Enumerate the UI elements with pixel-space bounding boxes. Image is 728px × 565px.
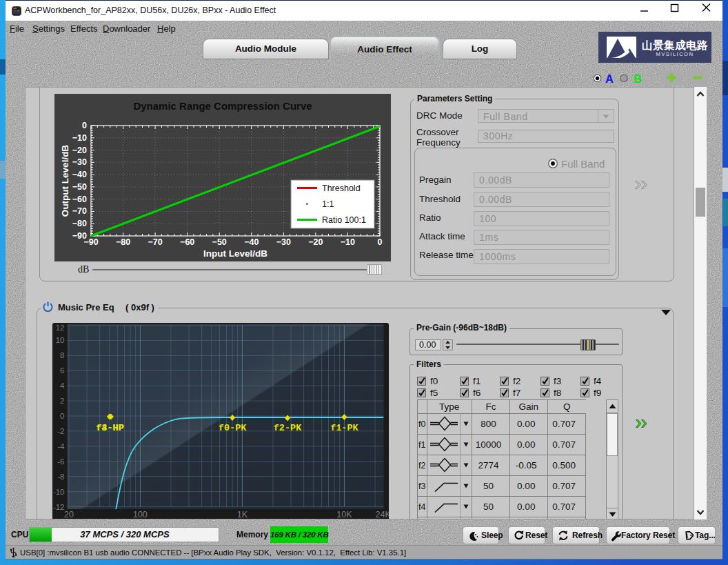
svg-text:−90: −90 [72,231,87,241]
svg-text:Ratio 100:1: Ratio 100:1 [322,215,366,225]
svg-text:−10: −10 [72,133,87,143]
svg-text:24K: 24K [376,510,389,519]
svg-text:100: 100 [133,510,148,519]
svg-text:−60: −60 [72,195,87,204]
svg-text:-12: -12 [53,503,65,511]
svg-text:A: A [605,72,614,85]
svg-text:Output Level/dB: Output Level/dB [60,145,70,217]
svg-text:f0-PK: f0-PK [219,423,247,433]
svg-text:B: B [634,72,642,85]
svg-text:-2: -2 [57,427,64,435]
svg-text:−20: −20 [72,146,87,155]
svg-text:−80: −80 [116,237,130,247]
svg-text:−70: −70 [72,206,87,216]
svg-text:0: 0 [378,237,383,247]
svg-text:20: 20 [64,510,74,519]
svg-text:-8: -8 [57,473,64,481]
svg-text:−50: −50 [72,182,87,192]
svg-text:0: 0 [82,121,87,130]
svg-text:f1-PK: f1-PK [330,423,358,433]
svg-text:2: 2 [60,397,64,405]
svg-text:10: 10 [56,336,65,344]
svg-text:1K: 1K [237,510,248,519]
svg-text:12: 12 [56,324,65,332]
svg-text:−40: −40 [244,237,259,247]
svg-text:−70: −70 [148,237,162,247]
svg-text:f2-PK: f2-PK [274,423,302,433]
svg-text:1:1: 1:1 [322,199,334,209]
svg-text:0: 0 [60,412,64,420]
svg-text:−30: −30 [276,237,291,247]
svg-text:−10: −10 [341,237,355,247]
svg-text:−20: −20 [308,237,323,247]
svg-text:Threshold: Threshold [322,184,361,193]
svg-text:6: 6 [60,366,64,375]
svg-text:−30: −30 [72,157,87,167]
svg-text:f4-HP: f4-HP [96,423,124,433]
svg-text:-6: -6 [57,457,64,466]
svg-text:10K: 10K [336,510,352,519]
svg-text:-4: -4 [57,442,65,450]
svg-text:−80: −80 [72,219,87,228]
svg-text:Input Level/dB: Input Level/dB [203,248,267,259]
svg-text:−50: −50 [212,237,227,247]
svg-text:-10: -10 [53,488,65,496]
svg-text:4: 4 [60,381,65,390]
svg-text:Dynamic Range Compression Curv: Dynamic Range Compression Curve [133,100,312,112]
svg-text:8: 8 [60,351,64,359]
svg-text:−60: −60 [180,237,194,247]
svg-text:−40: −40 [72,170,87,179]
